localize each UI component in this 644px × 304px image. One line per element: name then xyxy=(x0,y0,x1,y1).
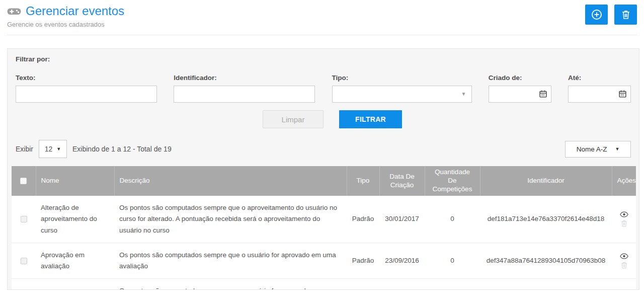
gamepad-icon xyxy=(7,7,21,16)
cell-nome: Alteração de aproveitamento do curso xyxy=(36,196,114,243)
table-body: Alteração de aproveitamento do curso Os … xyxy=(12,196,636,290)
table-header-row: Nome Descrição Tipo Data De Criação Quan… xyxy=(12,166,636,196)
select-all-checkbox[interactable] xyxy=(20,178,27,184)
page-title: Gerenciar eventos xyxy=(7,5,124,18)
header-acoes: Ações xyxy=(612,166,636,196)
texto-input[interactable] xyxy=(16,86,157,103)
limpar-button[interactable]: Limpar xyxy=(263,110,324,128)
header-actions xyxy=(585,5,637,25)
view-event-button[interactable] xyxy=(620,253,628,259)
view-event-button[interactable] xyxy=(620,211,628,217)
identificador-label: Identificador: xyxy=(174,74,315,82)
cell-tipo: Padrão xyxy=(347,243,379,279)
cell-tipo: Padrão xyxy=(347,279,379,290)
header-identificador: Identificador xyxy=(480,166,612,196)
content-panel: Filtrar por: Texto: Identificador: Tipo:… xyxy=(7,48,639,290)
plus-circle-icon xyxy=(591,9,603,21)
chevron-down-icon: ▼ xyxy=(615,147,619,151)
trash-icon xyxy=(621,262,627,269)
sort-select[interactable]: Nome A-Z ▼ xyxy=(565,141,631,158)
cell-tipo: Padrão xyxy=(347,196,379,243)
cell-identificador: def181a713e14e76a3370f2614e48d18 xyxy=(480,196,612,243)
filter-title: Filtrar por: xyxy=(16,55,631,63)
tipo-label: Tipo: xyxy=(332,74,472,82)
delete-event-button[interactable] xyxy=(621,220,627,227)
eye-icon xyxy=(620,253,628,259)
trash-icon xyxy=(620,9,631,20)
criado-de-input[interactable] xyxy=(489,86,551,103)
criado-de-label: Criado de: xyxy=(489,74,551,82)
cell-nome: Aprovação em curso xyxy=(36,279,114,290)
page-size-select[interactable]: 12 ▼ xyxy=(39,140,67,158)
cell-descricao: Os pontos são computados sempre que o us… xyxy=(114,243,347,279)
header-tipo: Tipo xyxy=(347,166,379,196)
row-checkbox[interactable] xyxy=(21,216,27,222)
ate-label: Até: xyxy=(568,74,631,82)
list-controls: Exibir 12 ▼ Exibindo de 1 a 12 - Total d… xyxy=(8,135,639,166)
cell-data-criacao: 23/09/2016 xyxy=(379,243,425,279)
cell-data-criacao: 23/09/2016 xyxy=(379,279,425,290)
trash-icon xyxy=(621,220,627,227)
table-row: Aprovação em avaliação Os pontos são com… xyxy=(12,243,636,279)
cell-quantidade-competicoes: 0 xyxy=(425,196,480,243)
header-divider xyxy=(7,35,637,35)
header-descricao: Descrição xyxy=(114,166,347,196)
header-data-criacao: Data De Criação xyxy=(379,166,425,196)
filter-panel: Filtrar por: Texto: Identificador: Tipo:… xyxy=(8,49,639,128)
identificador-input[interactable] xyxy=(174,86,315,103)
header-quantidade-competicoes: Quantidade De Competições xyxy=(425,166,480,196)
page-subtitle: Gerencie os eventos cadastrados xyxy=(7,21,124,28)
events-table: Nome Descrição Tipo Data De Criação Quan… xyxy=(12,166,636,290)
table-row: Alteração de aproveitamento do curso Os … xyxy=(12,196,636,243)
cell-identificador: def347a88a7641289304105d70963b08 xyxy=(480,243,612,279)
delete-event-button[interactable] xyxy=(621,262,627,269)
cell-quantidade-competicoes: 0 xyxy=(425,279,480,290)
tipo-select[interactable]: ▼ xyxy=(332,86,472,103)
exibir-label: Exibir xyxy=(16,145,33,153)
cell-descricao: Os pontos são computados sempre que o us… xyxy=(114,279,347,290)
filtrar-button[interactable]: FILTRAR xyxy=(339,110,402,128)
delete-events-button[interactable] xyxy=(614,5,637,25)
pagination-summary: Exibindo de 1 a 12 - Total de 19 xyxy=(72,145,172,153)
cell-descricao: Os pontos são computados sempre que o ap… xyxy=(114,196,347,243)
cell-identificador: defd8d81390d4c2ba8dfd80598624a03 xyxy=(480,279,612,290)
eye-icon xyxy=(620,211,628,217)
row-checkbox[interactable] xyxy=(21,258,27,264)
header-nome: Nome xyxy=(36,166,114,196)
chevron-down-icon: ▼ xyxy=(56,147,61,151)
table-row: Aprovação em curso Os pontos são computa… xyxy=(12,279,636,290)
add-event-button[interactable] xyxy=(585,5,608,25)
cell-quantidade-competicoes: 0 xyxy=(425,243,480,279)
chevron-down-icon: ▼ xyxy=(461,92,466,97)
cell-nome: Aprovação em avaliação xyxy=(36,243,114,279)
page-header: Gerenciar eventos Gerencie os eventos ca… xyxy=(0,0,644,28)
texto-label: Texto: xyxy=(16,74,157,82)
cell-data-criacao: 30/01/2017 xyxy=(379,196,425,243)
ate-input[interactable] xyxy=(568,86,631,103)
